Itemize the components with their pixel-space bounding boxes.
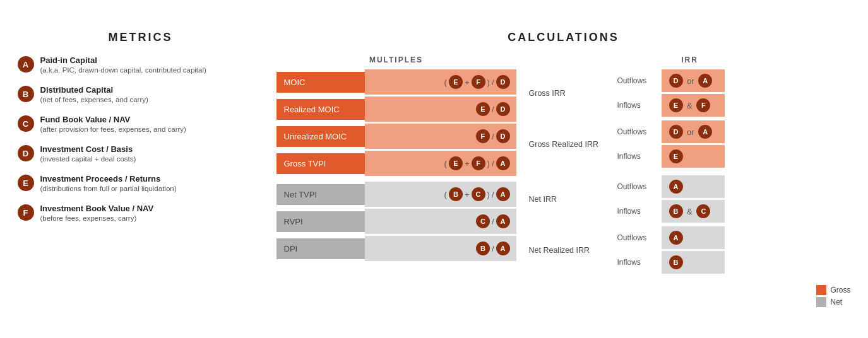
badge-f: F [696,98,710,112]
irr-flow-label: Inflows [617,258,658,267]
badge-e: E [669,149,683,163]
metric-subtitle-a: (a.k.a. PIC, drawn-down capital, contrib… [40,66,264,74]
mult-label: Gross TVPI [276,153,365,174]
badge-b: B [669,204,683,218]
multiples-table: MOIC (E+F)/D Realized MOIC E/D Unrealize… [276,69,516,261]
irr-flow-badges: D or A [662,120,725,143]
irr-flow-badges: A [662,175,725,198]
legend-container: Gross Net [816,285,850,307]
badge-e: E [449,75,463,89]
irr-flow-row: InflowsB [617,251,851,274]
badge-e: E [449,156,463,170]
irr-flow-badges: E & F [662,94,725,117]
irr-flow-label: Outflows [617,182,658,191]
multiples-section: MULTIPLES MOIC (E+F)/D Realized MOIC E/D… [276,55,516,263]
irr-flow-row: OutflowsD or A [617,120,851,143]
irr-group-rows: OutflowsD or AInflowsE & F [617,69,851,117]
badge-a: A [669,180,683,194]
badge-f: F [472,156,485,170]
mult-formula: C/A [365,209,516,234]
irr-flow-label: Inflows [617,207,658,216]
metrics-list: A Paid-in Capital (a.k.a. PIC, drawn-dow… [18,55,264,222]
legend-box-gross [816,285,826,295]
op-text: ) [487,159,490,168]
badge-e: E [476,102,490,116]
op-text: or [685,127,697,137]
op-text: / [492,159,494,168]
irr-flow-badges: B [662,251,725,274]
op-text: or [685,76,697,86]
irr-flow-label: Outflows [617,233,658,242]
irr-group-gross-realized-irr: Gross Realized IRROutflowsD or AInflowsE [529,120,851,168]
metric-title-e: Investment Proceeds / Returns [40,174,264,184]
metric-badge-e: E [18,175,34,191]
badge-a: A [496,156,510,170]
badge-a: A [698,74,712,88]
metric-title-d: Investment Cost / Basis [40,144,264,154]
metric-title-f: Investment Book Value / NAV [40,204,264,213]
metric-item-d: D Investment Cost / Basis (invested capi… [18,144,264,163]
calculations-title: CALCULATIONS [276,31,851,44]
op-text: & [685,101,695,110]
op-text: + [465,78,470,87]
metric-text-e: Investment Proceeds / Returns (distribut… [40,174,264,192]
mult-row-realized-moic: Realized MOIC E/D [276,96,516,122]
badge-a: A [669,231,683,245]
mult-formula: (E+F)/D [365,69,516,95]
op-text: / [492,244,494,254]
op-text: / [492,132,494,141]
metric-subtitle-f: (before fees, expenses, carry) [40,214,264,222]
irr-group-rows: OutflowsAInflowsB [617,226,851,274]
metric-badge-b: B [18,86,34,102]
badge-f: F [476,129,490,143]
badge-a: A [496,242,510,255]
irr-flow-badges: D or A [662,69,725,92]
metric-title-b: Distributed Capital [40,85,264,95]
irr-group-gross-irr: Gross IRROutflowsD or AInflowsE & F [529,69,851,117]
op-text: ) [487,190,490,199]
mult-label: DPI [276,238,365,259]
irr-flow-badges: A [662,226,725,249]
badge-d: D [496,102,510,116]
irr-group-rows: OutflowsAInflowsB & C [617,175,851,223]
badge-d: D [669,74,683,88]
mult-row-dpi: DPI B/A [276,236,516,261]
mult-row-gross-tvpi: Gross TVPI (E+F)/A [276,151,516,176]
legend: Gross Net [816,279,850,307]
legend-box-net [816,297,826,307]
mult-label: Unrealized MOIC [276,126,365,147]
irr-flow-badges: E [662,145,725,168]
legend-label-net: Net [830,298,842,306]
op-text: / [492,78,494,87]
badge-b: B [476,242,490,255]
irr-flow-label: Inflows [617,152,658,161]
badge-b: B [669,255,683,269]
op-text: ( [444,159,447,168]
op-text: & [685,207,695,216]
metric-item-e: E Investment Proceeds / Returns (distrib… [18,174,264,192]
op-text: / [492,105,494,114]
metric-text-d: Investment Cost / Basis (invested capita… [40,144,264,163]
op-text: ) [487,78,490,87]
irr-flow-badges: B & C [662,200,725,223]
badge-e: E [669,98,683,112]
mult-row-unrealized-moic: Unrealized MOIC F/D [276,124,516,149]
metric-title-c: Fund Book Value / NAV [40,115,264,124]
calculations-section: CALCULATIONS MULTIPLES MOIC (E+F)/D Real… [276,31,851,307]
metric-badge-d: D [18,145,34,161]
badge-a: A [496,187,510,201]
irr-table: Gross IRROutflowsD or AInflowsE & FGross… [529,69,851,274]
multiples-subtitle: MULTIPLES [276,55,516,64]
metric-badge-a: A [18,56,34,73]
metrics-title: METRICS [18,31,264,44]
irr-flow-row: InflowsE & F [617,94,851,117]
irr-group-name: Net IRR [529,175,617,223]
mult-row-rvpi: RVPI C/A [276,209,516,234]
irr-flow-row: OutflowsD or A [617,69,851,92]
legend-item-gross: Gross [816,285,850,295]
badge-f: F [472,75,485,89]
op-text: / [492,190,494,199]
calc-content: MULTIPLES MOIC (E+F)/D Realized MOIC E/D… [276,55,851,307]
mult-row-net-tvpi: Net TVPI (B+C)/A [276,182,516,207]
badge-d: D [496,75,510,89]
